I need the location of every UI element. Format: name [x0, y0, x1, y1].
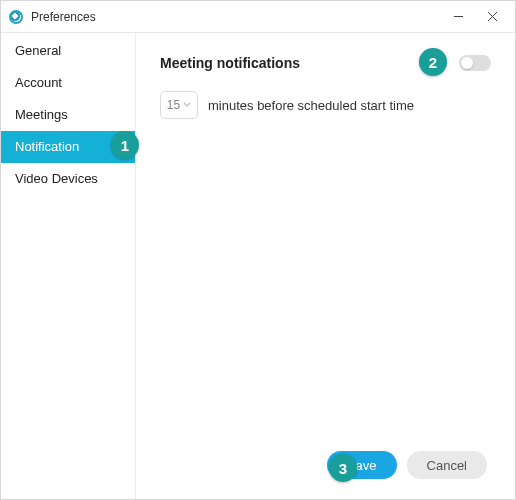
titlebar: Preferences — [1, 1, 515, 33]
chevron-down-icon — [183, 98, 191, 112]
annotation-badge-label: 1 — [121, 137, 129, 154]
sidebar-item-label: Account — [15, 75, 62, 90]
annotation-badge-1: 1 — [111, 131, 139, 159]
section-title: Meeting notifications — [160, 55, 300, 71]
minutes-label: minutes before scheduled start time — [208, 98, 414, 113]
sidebar-item-meetings[interactable]: Meetings — [1, 99, 135, 131]
sidebar-item-general[interactable]: General — [1, 35, 135, 67]
window-title: Preferences — [31, 10, 441, 24]
notifications-toggle[interactable] — [459, 55, 491, 71]
minutes-value: 15 — [167, 98, 180, 112]
annotation-badge-2: 2 — [419, 48, 447, 76]
main-panel: Meeting notifications 15 minutes before … — [136, 33, 515, 499]
minimize-icon — [453, 11, 464, 22]
sidebar-item-account[interactable]: Account — [1, 67, 135, 99]
sidebar-item-label: Notification — [15, 139, 79, 154]
minimize-button[interactable] — [441, 3, 475, 31]
cancel-button[interactable]: Cancel — [407, 451, 487, 479]
sidebar-item-label: Meetings — [15, 107, 68, 122]
app-icon — [9, 10, 23, 24]
sidebar-item-label: Video Devices — [15, 171, 98, 186]
sidebar-item-label: General — [15, 43, 61, 58]
annotation-badge-3: 3 — [329, 454, 357, 482]
annotation-badge-label: 2 — [429, 54, 437, 71]
sidebar: General Account Meetings Notification Vi… — [1, 33, 136, 499]
content: General Account Meetings Notification Vi… — [1, 33, 515, 499]
minutes-select[interactable]: 15 — [160, 91, 198, 119]
minutes-row: 15 minutes before scheduled start time — [160, 91, 491, 119]
annotation-badge-label: 3 — [339, 460, 347, 477]
sidebar-item-video-devices[interactable]: Video Devices — [1, 163, 135, 195]
close-button[interactable] — [475, 3, 509, 31]
close-icon — [487, 11, 498, 22]
footer: Save Cancel — [160, 451, 491, 483]
cancel-button-label: Cancel — [427, 458, 467, 473]
